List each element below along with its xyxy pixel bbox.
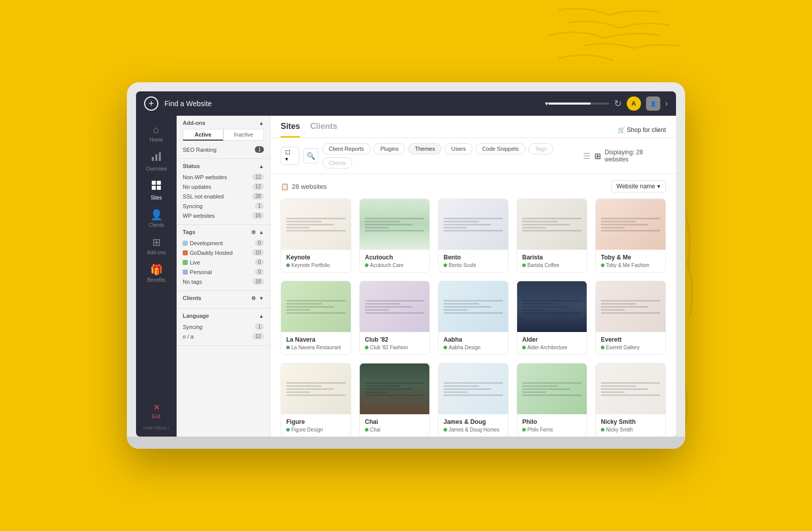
status-filter-item[interactable]: Non-WP websites12 [183,172,264,182]
site-card[interactable]: La Navera La Navera Restaurant [281,281,351,355]
site-card[interactable]: Figure Figure Design [281,363,351,437]
select-all-checkbox[interactable]: ☐ ▾ [281,147,299,165]
websites-area: 📋 28 websites Website name ▾ [270,174,676,437]
filter-tab-inactive[interactable]: Inactive [223,129,264,141]
sidebar-item-clients[interactable]: 👤 Clients [136,205,177,232]
site-card[interactable]: Acutouch Acutouch Care [359,198,430,273]
filter-pill[interactable]: Clients [322,157,353,169]
status-filter-item[interactable]: SSL not enabled28 [183,191,264,201]
site-info: Acutouch Acutouch Care [360,250,429,272]
sidebar-item-addons[interactable]: ⊞ Add-ons [136,232,177,259]
tab-sites[interactable]: Sites [281,122,300,138]
sort-arrow-icon: ▾ [657,183,660,190]
tag-filter-item[interactable]: Personal0 [183,267,264,277]
site-thumbnail [596,281,665,332]
site-card[interactable]: Nicky Smith Nicky Smith [595,363,666,437]
tag-filter-item[interactable]: No tags18 [183,277,264,286]
clients-collapse-icon[interactable]: ▼ [259,295,264,301]
site-thumbnail [438,281,508,332]
clients-settings-icon[interactable]: ⚙ [251,295,256,301]
status-filter-item[interactable]: Syncing1 [183,201,264,211]
tag-filter-item[interactable]: Development0 [183,238,264,248]
svg-rect-3 [159,152,161,161]
site-card[interactable]: Barista Barista Coffee [517,198,587,273]
chevron-right-icon[interactable]: › [665,99,668,108]
filter-pill[interactable]: Tags [528,143,553,154]
status-indicator [522,346,526,349]
sidebar-item-benefits[interactable]: 🎁 Benefits [136,259,177,287]
addons-collapse-icon[interactable]: ▲ [259,120,264,126]
sort-select[interactable]: Website name ▾ [611,180,666,192]
site-url: Aabha Design [444,345,503,350]
filter-tab-active[interactable]: Active [183,129,223,141]
sidebar-item-home[interactable]: ⌂ Home [136,120,177,147]
site-name: Alder [522,336,582,343]
language-filter-item[interactable]: n / a12 [183,331,264,341]
user-avatar[interactable]: A [627,96,641,111]
sidebar-item-sites[interactable]: Sites [136,176,177,205]
site-card[interactable]: Everett Everett Gallery [595,281,666,355]
site-card[interactable]: Bento Bento Sushi [438,198,509,273]
site-name: Acutouch [365,254,424,261]
site-card[interactable]: Alder Alder Architecture [517,281,587,355]
user-avatar2[interactable]: 👤 [646,96,660,111]
site-thumbnail [517,281,587,332]
overview-icon [151,151,162,164]
site-info: Keynote Keynote Portfolio [281,250,351,272]
svg-rect-5 [157,181,161,185]
tab-clients[interactable]: Clients [310,122,337,138]
site-card[interactable]: Club '82 Club '82 Fashion [359,281,430,355]
filter-pill[interactable]: Users [445,143,472,154]
tag-filter-item[interactable]: GoDaddy Hosted10 [183,248,264,257]
status-label: Status [183,163,200,169]
site-info: Club '82 Club '82 Fashion [360,332,429,354]
site-url: Club '82 Fashion [365,345,424,350]
sidebar-item-exit[interactable]: ✕ Exit [136,399,177,423]
shop-for-client-button[interactable]: 🛒 Shop for client [618,126,666,134]
site-thumbnail [281,363,351,414]
status-filter-item[interactable]: No updates12 [183,182,264,191]
filter-pill[interactable]: Client Reports [322,143,371,154]
filter-pill[interactable]: Plugins [374,143,405,154]
websites-count-icon: 📋 [281,183,289,190]
site-card[interactable]: Chai Chai [359,363,430,437]
grid-view-icon[interactable]: ⊞ [594,151,601,161]
tags-collapse-icon[interactable]: ▲ [259,229,264,235]
tag-filter-item[interactable]: Live0 [183,257,264,267]
status-section-header: Status ▲ [183,163,264,169]
list-view-icon[interactable]: ☰ [583,151,590,161]
site-card[interactable]: Philo Philo Ferns [517,363,587,437]
hide-filters-button[interactable]: Hide Filters ‹ [141,423,171,433]
status-collapse-icon[interactable]: ▲ [259,163,264,169]
site-card[interactable]: Aabha Aabha Design [438,281,509,355]
tags-settings-icon[interactable]: ⚙ [251,229,256,235]
addon-filter-tabs: Active Inactive [183,129,264,141]
site-card[interactable]: Toby & Me Toby & Me Fashion [595,198,666,273]
search-button[interactable]: 🔍 [303,148,318,163]
seo-ranking-item[interactable]: SEO Ranking 1 [183,145,264,154]
site-name: Chai [365,418,424,425]
sidebar-item-overview[interactable]: Overview [136,147,177,176]
filters-panel: Add-ons ▲ Active Inactive SEO Ranking 1 [177,116,270,437]
svg-rect-2 [155,154,157,161]
site-card[interactable]: Keynote Keynote Portfolio [281,198,351,273]
sites-icon [151,180,162,193]
clients-icon: 👤 [150,209,163,221]
add-button[interactable]: + [144,96,158,111]
laptop-base [127,437,685,449]
site-url: Acutouch Care [365,262,424,268]
status-filter-item[interactable]: WP websites16 [183,211,264,220]
status-indicator [365,428,368,432]
status-items: Non-WP websites12No updates12SSL not ena… [183,172,264,220]
site-card[interactable]: James & Doug James & Doug Homes [438,363,509,437]
language-collapse-icon[interactable]: ▲ [259,313,264,319]
site-name: Toby & Me [601,254,660,261]
filter-pill[interactable]: Themes [408,143,442,154]
refresh-icon[interactable]: ↻ [614,98,622,109]
language-filter-item[interactable]: Syncing1 [183,322,264,331]
tag-color-dot [183,260,188,265]
websites-header: 📋 28 websites Website name ▾ [281,180,666,192]
filter-pill[interactable]: Code Snippets [476,143,525,154]
laptop-frame: + Find a Website ▾ ↻ A 👤 › [127,82,685,449]
site-url: Figure Design [286,427,346,433]
